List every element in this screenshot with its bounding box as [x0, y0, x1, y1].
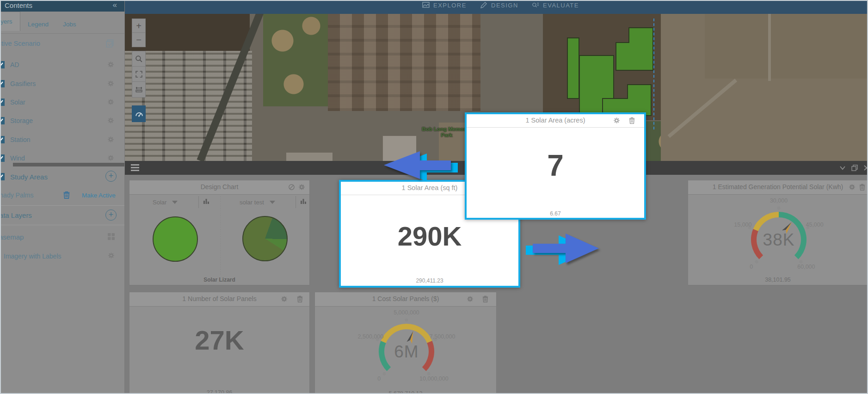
collapse-panel-icon[interactable]: « — [113, 0, 117, 10]
nav-design[interactable]: DESIGN — [480, 0, 518, 10]
layer-gear-icon[interactable] — [107, 61, 114, 68]
bar-chart-icon[interactable] — [203, 197, 210, 205]
active-scenario-label: Active Scenario — [0, 40, 40, 47]
delete-study-area-icon[interactable] — [63, 191, 70, 199]
card-big-number: 27K — [129, 325, 309, 356]
search-icon — [135, 55, 143, 63]
layer-gear-icon[interactable] — [107, 154, 114, 161]
restore-window-icon[interactable] — [851, 165, 858, 171]
solar-polygon[interactable] — [567, 38, 579, 98]
nav-design-label: DESIGN — [491, 2, 518, 9]
card-header: 1 Solar Area (acres) — [467, 114, 644, 128]
data-layers-header: Data Layers — [0, 211, 32, 219]
layer-checkbox[interactable] — [0, 136, 5, 143]
card-big-number: 290K — [341, 221, 518, 252]
add-data-layer-button[interactable]: + — [105, 209, 117, 221]
card-header: Design Chart — [129, 180, 309, 195]
measure-icon — [135, 86, 143, 93]
map-tool-group — [132, 51, 146, 98]
zoom-out-button[interactable]: − — [132, 33, 145, 47]
layer-gear-icon[interactable] — [107, 117, 114, 124]
layer-gear-icon[interactable] — [107, 136, 114, 143]
layer-checkbox[interactable] — [0, 117, 5, 124]
dashboard-toggle-button[interactable] — [132, 105, 146, 122]
sidebar-divider — [0, 225, 124, 225]
card-value: 38,101.95 — [688, 277, 868, 283]
layer-checkbox[interactable] — [0, 154, 5, 162]
series-select[interactable]: Solar — [153, 196, 178, 208]
zoom-control: + − — [132, 18, 146, 47]
gear-icon[interactable] — [281, 296, 288, 302]
tab-jobs[interactable]: Jobs — [63, 21, 76, 28]
make-active-link[interactable]: Make Active — [82, 192, 116, 199]
chevron-down-icon — [270, 201, 275, 204]
card-design-chart: Design Chart Solar solar test Solar Liza… — [129, 180, 310, 285]
gauge-chart: 02,500,0005,000,0007,500,00010,000,0006M — [315, 292, 497, 394]
contents-panel: Contents « Layers Legend Jobs Active Sce… — [0, 0, 125, 394]
sidebar-scroll-track[interactable] — [13, 163, 124, 166]
add-study-area-button[interactable]: + — [105, 171, 117, 182]
gauge-chart: 015,00030,00045,00060,00038K — [688, 180, 868, 286]
chevron-down-icon[interactable] — [839, 165, 846, 171]
layer-checkbox[interactable] — [0, 98, 5, 106]
gear-icon[interactable] — [613, 117, 620, 124]
nav-explore[interactable]: EXPLORE — [422, 0, 467, 10]
card-value: 27,170.86 — [129, 389, 309, 394]
layer-gear-icon[interactable] — [107, 98, 114, 105]
search-button[interactable] — [132, 51, 145, 67]
svg-text:2,500,000: 2,500,000 — [358, 333, 384, 340]
card-title: 1 Number of Solar Panels — [135, 295, 304, 302]
card-cost-panels: 1 Cost Solar Panels ($) 02,500,0005,000,… — [314, 292, 497, 394]
svg-text:60,000: 60,000 — [797, 264, 815, 270]
svg-text:10,000,000: 10,000,000 — [419, 376, 449, 382]
study-areas-header: Study Areas — [10, 173, 48, 181]
tab-legend[interactable]: Legend — [28, 21, 49, 28]
pie-chart-solar[interactable] — [153, 216, 198, 262]
solar-polygon[interactable] — [616, 28, 653, 70]
extent-arrows-icon — [135, 70, 143, 78]
study-areas-checkbox[interactable] — [0, 173, 5, 180]
pie-chart-solar-test[interactable] — [242, 216, 288, 261]
measure-button[interactable] — [132, 82, 145, 97]
card-num-panels: 1 Number of Solar Panels 27K 27,170.86 — [129, 292, 310, 394]
explore-map-icon — [422, 1, 430, 9]
nav-explore-label: EXPLORE — [433, 2, 467, 9]
card-big-number: 7 — [467, 148, 644, 183]
basemap-item[interactable]: Imagery with Labels — [4, 252, 62, 260]
sidebar-divider — [0, 205, 124, 206]
chart-category-label: Solar Lizard — [129, 277, 309, 283]
nav-evaluate[interactable]: EVALUATE — [532, 0, 579, 10]
zoom-in-button[interactable]: + — [132, 19, 145, 33]
card-header: 1 Number of Solar Panels — [129, 292, 309, 307]
svg-text:0: 0 — [377, 376, 381, 382]
chart-type-disabled-icon[interactable] — [288, 184, 295, 191]
svg-text:5,000,000: 5,000,000 — [394, 309, 419, 316]
layer-gear-icon[interactable] — [107, 80, 114, 87]
svg-text:6M: 6M — [394, 342, 419, 361]
svg-text:45,000: 45,000 — [806, 222, 823, 228]
evaluate-report-icon — [532, 1, 539, 9]
contents-header: Contents « — [0, 0, 124, 12]
svg-text:0: 0 — [750, 264, 753, 270]
layer-checkbox[interactable] — [0, 61, 5, 68]
basemap-gear-icon[interactable] — [108, 252, 115, 259]
svg-text:30,000: 30,000 — [770, 197, 788, 204]
gear-icon[interactable] — [298, 184, 305, 191]
card-solar-area-acres[interactable]: 1 Solar Area (acres) 7 6.67 — [465, 112, 646, 220]
layer-checkbox[interactable] — [0, 80, 5, 87]
svg-text:7,500,000: 7,500,000 — [430, 333, 456, 340]
extent-button[interactable] — [132, 67, 145, 82]
bar-chart-icon[interactable] — [300, 197, 307, 205]
basemap-gallery-icon[interactable] — [107, 233, 115, 240]
scenario-layers-icon[interactable] — [105, 39, 115, 48]
tab-layers[interactable]: Layers — [0, 12, 20, 31]
study-area-boundary — [653, 18, 654, 129]
nav-evaluate-label: EVALUATE — [543, 2, 579, 9]
design-pencil-icon — [480, 1, 487, 9]
study-area-item[interactable]: Shady Palms — [0, 191, 33, 199]
series-select[interactable]: solar test — [240, 196, 275, 208]
close-icon[interactable] — [863, 165, 868, 171]
trash-icon[interactable] — [628, 117, 635, 124]
trash-icon[interactable] — [296, 296, 303, 302]
app-toolbar: EXPLORE DESIGN EVALUATE — [0, 0, 868, 14]
